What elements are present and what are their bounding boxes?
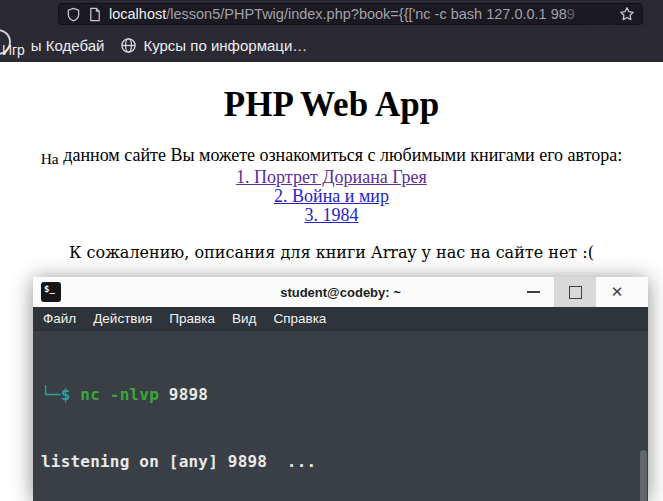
url-bar[interactable]: localhost/lesson5/PHPTwig/index.php?book… bbox=[58, 3, 643, 25]
terminal-output[interactable]: └─$ nc -nlvp 9898 listening on [any] 989… bbox=[33, 331, 648, 501]
url-path: /lesson5/PHPTwig/index.php?book={{['nc -… bbox=[166, 6, 567, 22]
bookmark-label-rest: ы Кодебай bbox=[31, 37, 105, 54]
terminal-prompt-line: └─$ nc -nlvp 9898 bbox=[41, 384, 648, 406]
intro-text: На данном сайте Вы можете ознакомиться с… bbox=[0, 144, 663, 167]
bookmark-igry-kodebay[interactable]: Игры Кодебай bbox=[2, 37, 104, 54]
url-host: localhost bbox=[109, 6, 166, 22]
page-info-icon[interactable] bbox=[88, 7, 102, 22]
bookmark-star-icon[interactable] bbox=[619, 6, 635, 22]
url-text[interactable]: localhost/lesson5/PHPTwig/index.php?book… bbox=[109, 6, 612, 22]
terminal-icon-glyph: $_ bbox=[44, 284, 55, 294]
no-description-message: К сожалению, описания для книги Array у … bbox=[0, 243, 663, 262]
book-links: 1. Портрет Дориана Грея 2. Война и мир 3… bbox=[0, 168, 663, 225]
minimize-icon bbox=[527, 291, 540, 293]
shell-command-arg: 9898 bbox=[169, 385, 208, 404]
window-controls: ✕ bbox=[512, 277, 638, 307]
browser-chrome: localhost/lesson5/PHPTwig/index.php?book… bbox=[0, 0, 663, 62]
close-button[interactable]: ✕ bbox=[596, 277, 638, 307]
page-title: PHP Web App bbox=[0, 86, 663, 124]
terminal-app-icon: $_ bbox=[41, 282, 61, 302]
terminal-titlebar[interactable]: $_ student@codeby: ~ ✕ bbox=[33, 277, 648, 307]
minimize-button[interactable] bbox=[512, 277, 554, 307]
link-book-3[interactable]: 3. 1984 bbox=[0, 206, 663, 225]
bookmark-kursy-po-informatike[interactable]: Курсы по информаци… bbox=[120, 37, 307, 54]
terminal-menubar: Файл Действия Правка Вид Справка bbox=[33, 307, 648, 331]
maximize-icon bbox=[569, 286, 582, 299]
intro-rest: данном сайте Вы можете ознакомиться с лю… bbox=[59, 145, 623, 165]
shield-icon[interactable] bbox=[66, 7, 81, 22]
maximize-button[interactable] bbox=[554, 277, 596, 307]
bookmark-label: Курсы по информаци… bbox=[143, 37, 307, 54]
bookmarks-bar: Игры Кодебай Курсы по информаци… bbox=[0, 28, 663, 62]
menu-actions[interactable]: Действия bbox=[93, 311, 152, 326]
shell-prompt: └─$ bbox=[41, 385, 71, 404]
globe-icon bbox=[120, 37, 137, 54]
terminal-line: listening on [any] 9898 ... bbox=[41, 451, 648, 473]
shell-command: nc -nlvp bbox=[80, 385, 159, 404]
menu-edit[interactable]: Правка bbox=[169, 311, 215, 326]
terminal-scrollbar[interactable] bbox=[640, 450, 647, 501]
menu-file[interactable]: Файл bbox=[43, 311, 76, 326]
url-faded-tail: 9 bbox=[567, 6, 575, 22]
bookmark-label-prefix: Игр bbox=[2, 42, 25, 58]
intro-prefix: На bbox=[41, 148, 59, 170]
browser-toolbar: localhost/lesson5/PHPTwig/index.php?book… bbox=[0, 0, 663, 28]
link-book-2[interactable]: 2. Война и мир bbox=[0, 187, 663, 206]
link-book-1[interactable]: 1. Портрет Дориана Грея bbox=[0, 168, 663, 187]
menu-view[interactable]: Вид bbox=[232, 311, 256, 326]
menu-help[interactable]: Справка bbox=[273, 311, 326, 326]
terminal-window: $_ student@codeby: ~ ✕ Файл Действия Пра… bbox=[33, 277, 648, 501]
url-fade-overlay bbox=[580, 5, 616, 25]
